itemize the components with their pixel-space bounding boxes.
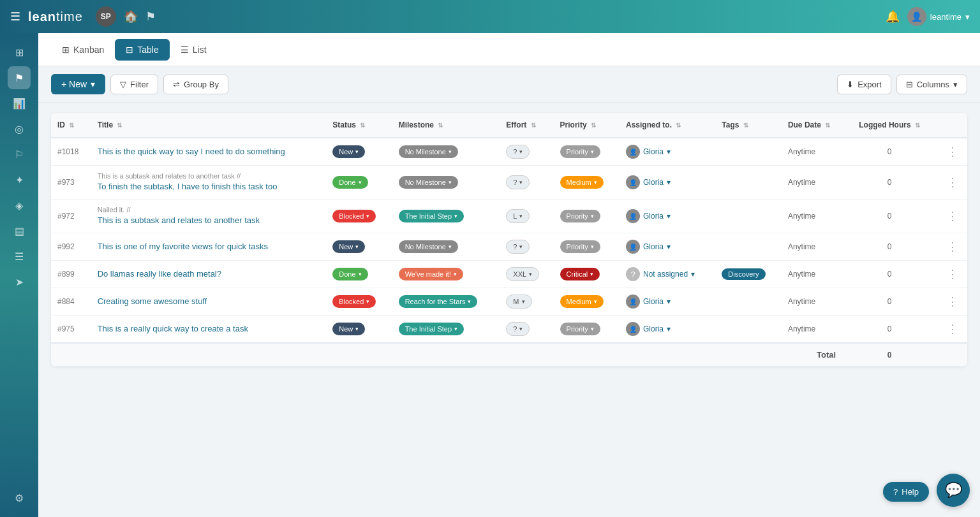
row-actions-button[interactable]: ⋮ [944,295,961,308]
assigned-badge[interactable]: 👤 Gloria ▾ [626,175,671,189]
groupby-button[interactable]: ⇌ Group By [163,75,228,94]
priority-badge[interactable]: Medium ▾ [560,295,604,308]
sidebar-item-person[interactable]: ✦ [8,168,31,191]
status-badge[interactable]: New ▾ [332,145,365,158]
milestone-badge[interactable]: We've made it! ▾ [399,268,463,280]
effort-badge[interactable]: M ▾ [506,295,531,309]
sidebar-item-chart[interactable]: 📊 [8,92,31,115]
hamburger-icon[interactable]: ☰ [10,10,20,24]
help-button[interactable]: ? Help [883,482,929,502]
priority-badge[interactable]: Priority ▾ [560,240,600,253]
effort-badge[interactable]: XXL ▾ [506,267,539,281]
status-badge[interactable]: Done ▾ [332,268,368,280]
effort-badge[interactable]: ? ▾ [506,175,530,189]
sidebar-item-milestones[interactable]: ⚐ [8,143,31,166]
sidebar-item-tasks[interactable]: ⚑ [8,66,31,89]
milestone-badge[interactable]: Reach for the Stars ▾ [399,295,478,308]
task-title-link[interactable]: This is a subtask and relates to another… [98,215,320,226]
cell-actions: ⋮ [933,138,967,166]
task-title-link[interactable]: This is a really quick way to create a t… [98,323,320,335]
effort-badge[interactable]: ? ▾ [506,322,530,336]
assigned-badge[interactable]: 👤 Gloria ▾ [626,295,671,309]
col-priority[interactable]: Priority ⇅ [554,113,620,138]
sidebar-item-dashboard[interactable]: ⊞ [8,41,31,64]
cell-priority: Priority ▾ [554,316,620,344]
row-actions-button[interactable]: ⋮ [944,240,961,253]
assigned-badge[interactable]: ? Not assigned ▾ [626,267,695,281]
project-avatar[interactable]: SP [96,6,116,27]
col-status[interactable]: Status ⇅ [326,113,392,138]
priority-badge[interactable]: Priority ▾ [560,323,600,335]
assigned-name: Gloria [643,212,664,221]
table-header-row: ID ⇅ Title ⇅ Status ⇅ Milestone ⇅ Effort… [51,113,967,138]
filter-button[interactable]: ▽ Filter [110,75,158,94]
chat-bubble[interactable]: 💬 [937,474,970,507]
new-button[interactable]: + New ▾ [51,74,105,94]
toolbar: + New ▾ ▽ Filter ⇌ Group By ⬇ Export ⊟ C… [38,66,980,103]
cell-title: This is a subtask and relates to another… [91,166,327,200]
total-row: Total 0 [51,343,967,367]
milestone-badge[interactable]: The Initial Step ▾ [399,210,464,222]
priority-badge[interactable]: Priority ▾ [560,210,600,222]
assigned-badge[interactable]: 👤 Gloria ▾ [626,209,671,223]
assigned-badge[interactable]: 👤 Gloria ▾ [626,145,671,159]
effort-badge[interactable]: ? ▾ [506,145,530,159]
cell-id: #1018 [51,138,91,166]
assigned-badge[interactable]: 👤 Gloria ▾ [626,240,671,254]
milestone-badge[interactable]: No Milestone ▾ [399,240,458,253]
status-badge[interactable]: New ▾ [332,323,365,335]
task-title-link[interactable]: This is the quick way to say I need to d… [98,146,320,157]
sidebar-item-doc[interactable]: ▤ [8,219,31,242]
status-badge[interactable]: Blocked ▾ [332,295,376,308]
col-assigned[interactable]: Assigned to. ⇅ [620,113,715,138]
tab-kanban[interactable]: ⊞ Kanban [51,39,115,61]
subtask-note: Nailed it. // [98,206,320,214]
col-duedate[interactable]: Due Date ⇅ [782,113,846,138]
tag-badge[interactable]: Discovery [722,268,765,280]
milestone-badge[interactable]: No Milestone ▾ [399,145,458,158]
task-title-link[interactable]: Creating some awesome stuff [98,296,320,307]
effort-badge[interactable]: ? ▾ [506,240,530,254]
columns-chevron-icon: ▾ [953,80,958,89]
row-actions-button[interactable]: ⋮ [944,323,961,335]
tab-table[interactable]: ⊟ Table [115,39,169,61]
user-menu[interactable]: 👤 leantime ▾ [907,7,970,26]
user-avatar: 👤 [907,7,926,26]
col-milestone[interactable]: Milestone ⇅ [392,113,500,138]
sidebar-item-send[interactable]: ➤ [8,270,31,293]
priority-badge[interactable]: Critical ▾ [560,268,600,280]
row-actions-button[interactable]: ⋮ [944,268,961,280]
row-actions-button[interactable]: ⋮ [944,210,961,222]
cell-priority: Priority ▾ [554,200,620,233]
settings-icon[interactable]: ⚙ [8,486,31,509]
col-tags[interactable]: Tags ⇅ [715,113,782,138]
col-id[interactable]: ID ⇅ [51,113,91,138]
row-actions-button[interactable]: ⋮ [944,145,961,158]
effort-badge[interactable]: L ▾ [506,209,530,223]
sidebar-item-list[interactable]: ☰ [8,245,31,268]
bell-icon[interactable]: 🔔 [886,10,900,24]
task-title-link[interactable]: Do llamas really like death metal? [98,268,320,280]
task-title-link[interactable]: This is one of my favorite views for qui… [98,241,320,252]
milestone-badge[interactable]: No Milestone ▾ [399,176,458,189]
status-badge[interactable]: Done ▾ [332,176,368,189]
sidebar-item-tag[interactable]: ◈ [8,194,31,217]
tab-list[interactable]: ☰ List [170,39,218,61]
status-badge[interactable]: New ▾ [332,240,365,253]
status-badge[interactable]: Blocked ▾ [332,210,376,222]
priority-badge[interactable]: Medium ▾ [560,176,604,189]
new-chevron-icon: ▾ [91,79,95,89]
milestone-badge[interactable]: The Initial Step ▾ [399,323,464,335]
row-actions-button[interactable]: ⋮ [944,176,961,189]
home-icon[interactable]: 🏠 [124,10,138,24]
columns-button[interactable]: ⊟ Columns ▾ [896,75,967,94]
priority-badge[interactable]: Priority ▾ [560,145,600,158]
flag-icon[interactable]: ⚑ [145,10,156,24]
col-effort[interactable]: Effort ⇅ [500,113,553,138]
sidebar-item-target[interactable]: ◎ [8,117,31,140]
assigned-badge[interactable]: 👤 Gloria ▾ [626,322,671,336]
export-button[interactable]: ⬇ Export [837,75,891,94]
task-title-link[interactable]: To finish the subtask, I have to finish … [98,181,320,193]
col-logged[interactable]: Logged Hours ⇅ [846,113,933,138]
col-title[interactable]: Title ⇅ [91,113,327,138]
